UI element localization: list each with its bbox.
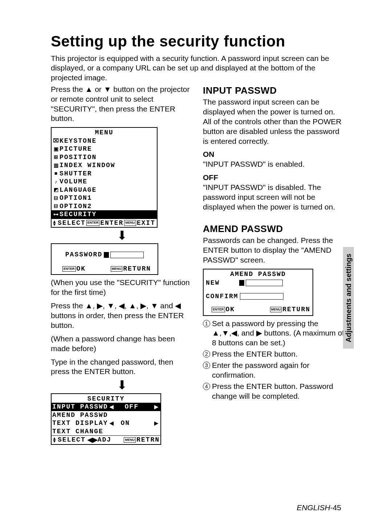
menu-badge-icon: MENU [124,220,136,226]
osd-security-menu: SECURITY INPUT PASSWD ◀ OFF ▶ AMEND PASS… [51,393,161,445]
menu-item: VOLUME [60,178,87,186]
amend-title: AMEND PASSWD [204,269,313,279]
security-icon: ⊶ [52,211,60,218]
volume-icon: ♪ [52,179,60,185]
step-2-icon: 2 [203,350,210,358]
step-1: Set a password by pressing the ▲,▼,◀, an… [212,319,345,348]
enter-badge-icon: ENTER [86,220,100,226]
changed-seq: Type in the changed password, then press… [51,357,193,377]
confirm-label: CONFIRM [206,292,238,301]
enter-badge-icon: ENTER [212,307,225,312]
shutter-icon: ■ [52,170,60,177]
menu-item: SHUTTER [60,170,92,178]
right-column: INPUT PASSWD The password input screen c… [203,85,345,448]
arrow-down-icon: ⬇ [51,380,193,390]
changed-note: (When a password change has been made be… [51,334,193,354]
return-label: RETURN [123,265,151,273]
off-label: OFF [203,173,345,183]
input-passwd-text: The password input screen can be display… [203,97,345,146]
menu-item: INDEX WINDOW [60,161,115,170]
updown-icon: ▲▼ [52,220,57,226]
menu-item: OPTION2 [60,202,92,211]
menu-badge-icon: MENU [270,307,282,312]
footer-lang: ENGLISH [297,503,330,512]
press-instruction: Press the ▲ or ▼ button on the projector… [51,85,193,124]
menu-item: POSITION [60,153,97,162]
return-label: RETURN [282,305,310,314]
footer-select: SELECT [58,436,86,444]
arrow-down-icon: ⬇ [51,231,193,240]
option1-icon: ⊟ [52,195,60,202]
menu-item: LANGUAGE [60,186,97,194]
new-pw-field [246,280,283,286]
cursor-icon [104,252,109,258]
footer-select: SELECT [58,219,86,227]
leftright-icon: ◀▶ [86,436,98,444]
sec-row-label: TEXT DISPLAY [52,419,108,427]
keystone-icon: ⌧ [52,138,60,144]
amend-passwd-heading: AMEND PASSWD [203,223,345,235]
osd-main-menu: MENU ⌧KEYSTONE ▣PICTURE ⊞POSITION ▥INDEX… [51,127,158,228]
intro-text: This projector is equipped with a securi… [51,54,345,82]
left-column: Press the ▲ or ▼ button on the projector… [51,85,193,448]
new-label: NEW [206,279,220,287]
updown-icon: ▲▼ [52,437,57,443]
sec-row-label: TEXT CHANGE [52,427,103,436]
off-text: "INPUT PASSWD" is disabled. The password… [203,183,345,212]
password-field [110,252,144,258]
sec-row-label: INPUT PASSWD [52,403,108,411]
step-4: Press the ENTER button. Password change … [212,382,345,401]
step-2: Press the ENTER button. [212,349,345,359]
language-icon: ◩ [52,187,60,193]
footer-exit: EXIT [137,219,155,227]
menu-item-selected: SECURITY [60,210,97,219]
osd-menu-title: MENU [52,128,157,137]
enter-badge-icon: ENTER [62,266,76,272]
index-window-icon: ▥ [52,162,60,169]
picture-icon: ▣ [52,146,60,153]
on-text: "INPUT PASSWD" is enabled. [203,159,345,169]
first-time-note: (When you use the "SECURITY" function fo… [51,278,193,297]
menu-badge-icon: MENU [111,266,123,272]
ok-label: OK [226,305,235,314]
footer-adj: ADJ [98,436,111,444]
input-passwd-heading: INPUT PASSWD [203,85,345,97]
menu-badge-icon: MENU [124,437,136,443]
side-tab: Adjustments and settings [343,247,354,349]
footer-enter: ENTER [100,219,123,227]
step-3-icon: 3 [203,362,210,369]
sec-row-value: OFF [125,403,143,411]
position-icon: ⊞ [52,154,60,161]
amend-passwd-text: Passwords can be changed. Press the ENTE… [203,236,345,265]
confirm-pw-field [240,293,283,300]
option2-icon: ⊟ [52,203,60,210]
footer-page-num: -45 [330,503,341,512]
first-time-seq: Press the ▲, ▶, ▼, ◀, ▲, ▶, ▼ and ◀ butt… [51,301,193,330]
ok-label: OK [77,265,86,273]
osd-amend-box: AMEND PASSWD NEW CONFIRM ENTER OK [203,269,313,316]
on-label: ON [203,150,345,159]
osd-security-title: SECURITY [52,394,160,403]
password-label: PASSWORD [65,251,102,259]
step-3: Enter the password again for confirmatio… [212,361,345,380]
side-tab-label: Adjustments and settings [344,253,353,342]
step-1-icon: 1 [203,320,210,327]
step-4-icon: 4 [203,383,210,390]
osd-password-box: PASSWORD ENTER OK MENU RETURN [51,243,158,275]
page-title: Setting up the security function [51,33,345,50]
menu-item: KEYSTONE [60,137,97,145]
cursor-icon [239,280,244,286]
sec-row-label: AMEND PASSWD [52,411,108,419]
footer-retrn: RETRN [136,436,160,444]
menu-item: OPTION1 [60,194,92,202]
page-footer: ENGLISH-45 [297,503,341,512]
sec-row-value: ON [121,419,135,427]
menu-item: PICTURE [60,145,92,153]
